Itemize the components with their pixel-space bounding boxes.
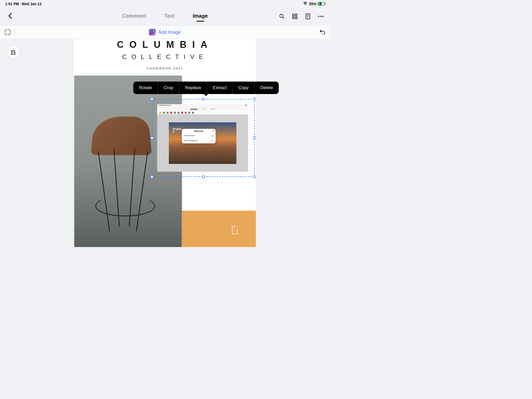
svg-point-12	[322, 16, 323, 17]
add-image-icon	[149, 29, 156, 36]
add-image-label: Add Image	[158, 30, 181, 35]
grid-icon[interactable]	[292, 14, 298, 19]
inner-toolbar	[157, 111, 248, 115]
tab-text[interactable]: Text	[164, 13, 175, 20]
status-time: 1:51 PM	[5, 2, 19, 6]
inserted-image-content[interactable]: 11:55 AM Wed Jan 12 12% Comment Text Ima…	[157, 104, 248, 172]
svg-rect-2	[292, 14, 294, 16]
battery-icon	[318, 2, 325, 5]
svg-point-11	[320, 16, 321, 17]
svg-point-10	[318, 16, 319, 17]
menu-extract[interactable]: Extract	[207, 82, 232, 94]
svg-rect-4	[292, 17, 294, 19]
status-bar: 1:51 PM Wed Jan 12 55%	[0, 0, 330, 8]
resize-handle-tl[interactable]	[150, 97, 154, 101]
context-menu: Rotate Crop Replace Extract Copy Delete	[133, 82, 279, 94]
doc-orange-panel	[182, 211, 256, 247]
doc-title-main: COLUMBIA	[74, 39, 256, 50]
add-image-button[interactable]: Add Image	[149, 29, 181, 36]
resize-handle-ml[interactable]	[150, 136, 154, 139]
tab-comment[interactable]: Comment	[122, 13, 146, 20]
selected-image[interactable]: 11:55 AM Wed Jan 12 12% Comment Text Ima…	[152, 99, 255, 177]
popup-close-icon: ×	[212, 130, 215, 132]
doc-title-sub: COLLECTIVE	[74, 53, 256, 61]
status-date: Wed Jan 12	[22, 2, 42, 6]
menu-replace[interactable]: Replace	[179, 82, 207, 94]
menu-delete[interactable]: Delete	[255, 82, 279, 94]
reader-icon[interactable]	[305, 14, 311, 19]
top-nav: Comment Text Image	[0, 8, 330, 25]
menu-crop[interactable]: Crop	[158, 82, 179, 94]
save-button[interactable]	[7, 46, 19, 58]
resize-handle-br[interactable]	[253, 175, 256, 178]
wifi-icon	[303, 2, 308, 6]
svg-rect-5	[295, 17, 297, 19]
svg-line-1	[283, 17, 284, 19]
more-icon[interactable]	[318, 14, 324, 19]
search-icon[interactable]	[279, 14, 285, 19]
resize-handle-tr[interactable]	[253, 97, 256, 101]
inner-watermark-popup: Watermark × Add Watermark Remove Waterma…	[182, 129, 216, 143]
battery-pct: 55%	[309, 2, 316, 6]
divider	[15, 29, 15, 36]
svg-rect-14	[12, 53, 15, 55]
doc-title-year: LOOKBOOK 2021	[74, 66, 256, 70]
tab-image[interactable]: Image	[193, 13, 208, 20]
inner-nav: Comment Text Image	[157, 107, 248, 111]
svg-rect-6	[306, 14, 310, 19]
svg-rect-3	[295, 14, 297, 16]
back-button[interactable]	[6, 11, 14, 22]
menu-rotate[interactable]: Rotate	[133, 82, 158, 94]
undo-button[interactable]	[319, 29, 325, 35]
svg-rect-13	[12, 50, 14, 52]
resize-handle-bm[interactable]	[202, 175, 205, 178]
selection-tool-icon[interactable]	[5, 29, 10, 35]
menu-copy[interactable]: Copy	[232, 82, 255, 94]
resize-handle-mr[interactable]	[253, 136, 256, 139]
toolbar: Add Image	[0, 25, 330, 39]
chair-icon	[232, 226, 238, 234]
inner-status-bar: 11:55 AM Wed Jan 12 12%	[157, 104, 248, 107]
resize-handle-bl[interactable]	[150, 175, 154, 178]
resize-handle-tm[interactable]	[202, 97, 205, 101]
canvas-area[interactable]: COLUMBIA COLLECTIVE LOOKBOOK 2021 Rotate…	[0, 39, 330, 247]
